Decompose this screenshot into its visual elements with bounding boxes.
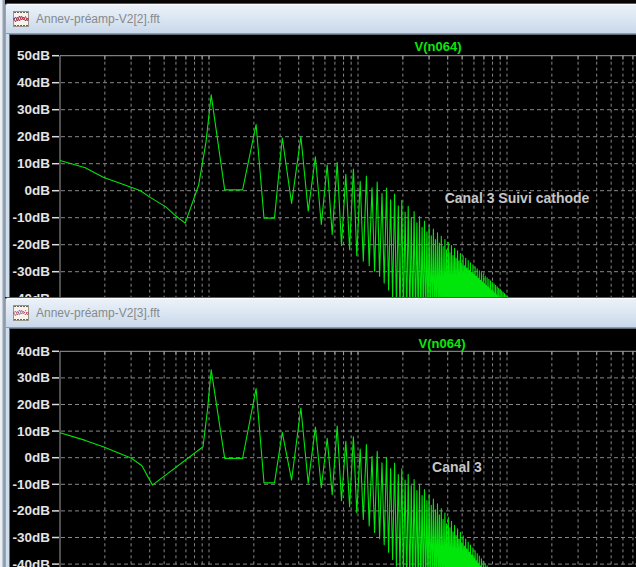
- plot-annotation-2: Canal 3: [432, 459, 482, 475]
- plot-annotation-1: Canal 3 Suivi cathode: [445, 190, 590, 206]
- fft-window-2: Annev-préamp-V2[3].fft: [5, 297, 636, 567]
- window-title: Annev-préamp-V2[2].fft: [36, 12, 160, 26]
- fft-window-1: Annev-préamp-V2[2].fft: [5, 3, 636, 297]
- window-titlebar-2[interactable]: Annev-préamp-V2[3].fft: [6, 298, 636, 328]
- plot-pane-2[interactable]: [9, 328, 636, 567]
- window-titlebar-1[interactable]: Annev-préamp-V2[2].fft: [6, 4, 636, 34]
- window-title: Annev-préamp-V2[3].fft: [36, 306, 160, 320]
- waveform-plot-icon: [13, 305, 29, 321]
- trace-legend-2[interactable]: V(n064): [419, 336, 466, 351]
- plot-pane-1[interactable]: [9, 34, 636, 297]
- mdi-left-edge: [0, 0, 5, 567]
- trace-legend-1[interactable]: V(n064): [415, 39, 462, 54]
- ltspice-mdi-area: Annev-préamp-V2[2].fft 50dB40dB30dB20dB1…: [0, 0, 636, 567]
- waveform-plot-icon: [13, 11, 29, 27]
